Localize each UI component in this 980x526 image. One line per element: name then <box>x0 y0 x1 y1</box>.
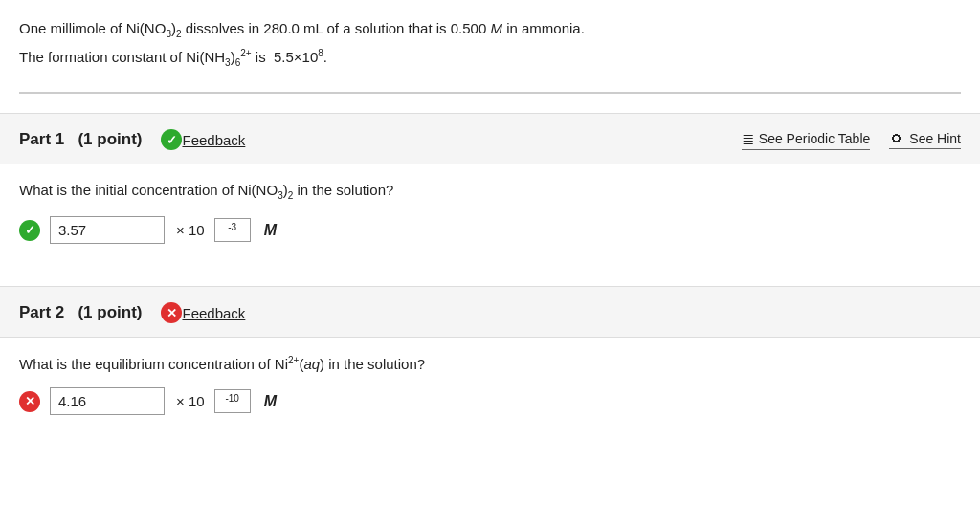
part2-feedback-button[interactable]: Feedback <box>182 305 245 321</box>
part1-feedback-label: Feedback <box>182 132 245 148</box>
part2-unit: M <box>264 393 277 410</box>
part1-exponent-value: -3 <box>228 222 236 232</box>
part1-answer-icon <box>19 220 40 241</box>
part2-feedback-label: Feedback <box>182 305 245 321</box>
periodic-table-label: See Periodic Table <box>759 131 870 146</box>
hint-icon: ⭘ <box>889 130 904 147</box>
part1-unit: M <box>264 222 277 239</box>
part2-exponent-box[interactable]: -10 <box>214 389 251 414</box>
part2-answer-row: × 10 -10 M <box>19 387 961 415</box>
hint-button[interactable]: ⭘ See Hint <box>889 130 961 149</box>
problem-line1: One millimole of Ni(NO3)2 dissolves in 2… <box>19 17 961 42</box>
problem-line2: The formation constant of Ni(NH3)62+ is … <box>19 46 961 71</box>
part2-exponent-value: -10 <box>225 393 238 404</box>
hint-label: See Hint <box>909 131 961 146</box>
part2-question: What is the equilibrium concentration of… <box>19 355 961 372</box>
part1-body: What is the initial concentration of Ni(… <box>0 164 980 267</box>
part1-feedback-button[interactable]: Feedback <box>182 132 245 148</box>
part2-header: Part 2 (1 point) Feedback <box>0 286 980 338</box>
part1-correct-icon <box>161 129 182 150</box>
part1-answer-input[interactable] <box>50 216 165 244</box>
part1-answer-row: × 10 -3 M <box>19 216 961 244</box>
part2-answer-input[interactable] <box>50 387 165 415</box>
part2-incorrect-icon <box>161 302 182 323</box>
part2-title: Part 2 (1 point) <box>19 303 142 322</box>
part2-answer-incorrect-icon <box>19 391 40 412</box>
part1-header: Part 1 (1 point) Feedback ≣ See Periodic… <box>0 113 980 164</box>
part2-answer-icon <box>19 391 40 412</box>
periodic-table-icon: ≣ <box>742 130 754 148</box>
toolbar: ≣ See Periodic Table ⭘ See Hint <box>742 130 961 150</box>
part1-times-ten: × 10 <box>176 222 205 238</box>
part2-times-ten: × 10 <box>176 393 205 409</box>
periodic-table-button[interactable]: ≣ See Periodic Table <box>742 130 870 150</box>
part2-body: What is the equilibrium concentration of… <box>0 338 980 438</box>
part1-title: Part 1 (1 point) <box>19 130 142 149</box>
part1-question: What is the initial concentration of Ni(… <box>19 182 961 201</box>
part1-answer-correct-icon <box>19 220 40 241</box>
problem-statement: One millimole of Ni(NO3)2 dissolves in 2… <box>0 0 980 82</box>
part1-exponent-box[interactable]: -3 <box>214 218 251 243</box>
